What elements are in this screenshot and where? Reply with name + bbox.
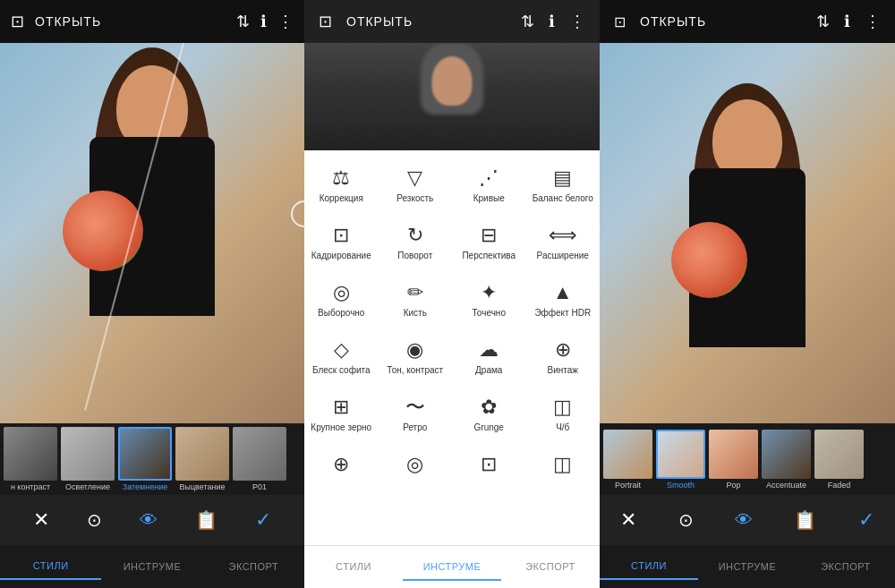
menu-item-extra2[interactable]: ◎ bbox=[379, 444, 453, 490]
middle-info-icon[interactable]: ℹ bbox=[549, 12, 555, 31]
right-more-icon[interactable]: ⋮ bbox=[865, 12, 881, 31]
mid-tab-instrume[interactable]: ИНСТРУМЕ bbox=[403, 554, 501, 581]
left-filmstrip: н контраст Осветление Затемнение Выцвета… bbox=[0, 423, 304, 495]
right-book-button[interactable]: 📋 bbox=[790, 506, 820, 534]
grunge-icon: ✿ bbox=[481, 397, 497, 417]
left-stack-icon[interactable]: ⇅ bbox=[236, 12, 250, 31]
menu-item-extra1[interactable]: ⊕ bbox=[304, 444, 379, 490]
left-photo bbox=[0, 43, 304, 423]
filmstrip-item-n-contrast[interactable]: н контраст bbox=[4, 427, 57, 491]
filmstrip-item-zatem[interactable]: Затемнение bbox=[118, 427, 172, 491]
effekt-hdr-icon: ▲ bbox=[553, 283, 573, 303]
right-stack-icon[interactable]: ⇅ bbox=[816, 12, 830, 31]
middle-title: ОТКРЫТЬ bbox=[346, 14, 507, 29]
menu-krivye[interactable]: ⋰ Кривые bbox=[452, 158, 526, 215]
middle-image-preview bbox=[304, 43, 600, 150]
left-bottom-tabs: СТИЛИ ИНСТРУМЕ ЭКСПОРТ bbox=[0, 545, 304, 588]
menu-korrektsiya[interactable]: ⚖ Коррекция bbox=[304, 158, 379, 215]
right-title: ОТКРЫТЬ bbox=[640, 14, 802, 29]
menu-povorot[interactable]: ↻ Поворот bbox=[379, 215, 453, 272]
right-tab-instrume[interactable]: ИНСТРУМЕ bbox=[698, 554, 797, 579]
rasshirenie-icon: ⟺ bbox=[549, 226, 577, 245]
ton-icon: ◉ bbox=[406, 340, 423, 360]
check-button[interactable]: ✓ bbox=[251, 505, 275, 535]
middle-top-bar: ⊡ ОТКРЫТЬ ⇅ ℹ ⋮ bbox=[304, 0, 600, 43]
left-more-icon[interactable]: ⋮ bbox=[277, 12, 294, 31]
chb-icon: ◫ bbox=[553, 397, 572, 417]
left-top-bar: ⊡ ОТКРЫТЬ ⇅ ℹ ⋮ bbox=[0, 0, 304, 43]
eye-button[interactable]: 👁 bbox=[136, 507, 161, 534]
extra1-icon: ⊕ bbox=[333, 455, 349, 474]
middle-more-icon[interactable]: ⋮ bbox=[569, 12, 585, 31]
right-eye-button[interactable]: 👁 bbox=[731, 507, 756, 534]
povorot-icon: ↻ bbox=[407, 226, 423, 245]
right-tab-styli[interactable]: СТИЛИ bbox=[600, 553, 698, 580]
menu-grunge[interactable]: ✿ Grunge bbox=[452, 387, 526, 444]
extra3-icon: ⊡ bbox=[481, 455, 497, 474]
menu-item-extra4[interactable]: ◫ bbox=[526, 444, 601, 490]
right-tab-eksport[interactable]: ЭКСПОРТ bbox=[797, 554, 895, 579]
menu-ton[interactable]: ◉ Тон, контраст bbox=[379, 329, 453, 387]
left-tab-styli[interactable]: СТИЛИ bbox=[0, 553, 101, 580]
middle-bottom-tabs: СТИЛИ ИНСТРУМЕ ЭКСПОРТ bbox=[304, 545, 600, 588]
right-adjust-button[interactable]: ⊙ bbox=[675, 506, 697, 534]
vyborochno-icon: ◎ bbox=[333, 283, 350, 303]
style-pop[interactable]: Pop bbox=[709, 430, 758, 490]
mid-tab-eksport[interactable]: ЭКСПОРТ bbox=[501, 554, 600, 581]
menu-rezkost[interactable]: ▽ Резкость bbox=[379, 158, 453, 215]
right-panel: ⊡ ОТКРЫТЬ ⇅ ℹ ⋮ Portrait Smooth Pop bbox=[600, 0, 895, 588]
menu-vintazh[interactable]: ⊕ Винтаж bbox=[526, 329, 601, 387]
right-bottom-tabs: СТИЛИ ИНСТРУМЕ ЭКСПОРТ bbox=[600, 545, 895, 588]
rezkost-icon: ▽ bbox=[407, 168, 422, 188]
style-accentuate[interactable]: Accentuate bbox=[762, 430, 811, 490]
right-check-button[interactable]: ✓ bbox=[855, 505, 878, 535]
tochechno-icon: ✦ bbox=[481, 283, 497, 303]
adjust-button[interactable]: ⊙ bbox=[83, 506, 106, 534]
menu-kist[interactable]: ✏ Кисть bbox=[379, 272, 453, 329]
menu-balans[interactable]: ▤ Баланс белого bbox=[526, 158, 601, 215]
book-button[interactable]: 📋 bbox=[192, 506, 221, 534]
menu-krupnoe-zerno[interactable]: ⊞ Крупное зерно bbox=[304, 387, 379, 444]
middle-stack-icon[interactable]: ⇅ bbox=[521, 12, 534, 31]
left-tab-eksport[interactable]: ЭКСПОРТ bbox=[203, 554, 304, 579]
kist-icon: ✏ bbox=[407, 283, 423, 303]
menu-perspektiva[interactable]: ⊟ Перспектива bbox=[452, 215, 526, 272]
menu-item-extra3[interactable]: ⊡ bbox=[452, 444, 526, 490]
menu-effekt-hdr[interactable]: ▲ Эффект HDR bbox=[526, 272, 601, 329]
krupnoe-zerno-icon: ⊞ bbox=[333, 397, 349, 417]
style-faded[interactable]: Faded bbox=[814, 430, 864, 490]
menu-blesk[interactable]: ◇ Блеск софита bbox=[304, 329, 379, 387]
close-button[interactable]: ✕ bbox=[30, 505, 53, 535]
style-portrait[interactable]: Portrait bbox=[603, 430, 652, 490]
krivye-icon: ⋰ bbox=[479, 168, 499, 188]
menu-tochechno[interactable]: ✦ Точечно bbox=[452, 272, 526, 329]
mid-tab-styli[interactable]: СТИЛИ bbox=[304, 554, 403, 581]
menu-retro[interactable]: 〜 Ретро bbox=[379, 387, 453, 444]
filmstrip-item-vyts[interactable]: Выцветание bbox=[175, 427, 229, 491]
middle-panel: ⊡ ОТКРЫТЬ ⇅ ℹ ⋮ ⚖ Коррекция ▽ Резкость bbox=[304, 0, 600, 588]
right-info-icon[interactable]: ℹ bbox=[844, 12, 850, 31]
menu-vyborochno[interactable]: ◎ Выборочно bbox=[304, 272, 379, 329]
right-crop-icon[interactable]: ⊡ bbox=[614, 13, 626, 30]
korrektsiya-icon: ⚖ bbox=[332, 168, 350, 188]
left-crop-icon[interactable]: ⊡ bbox=[11, 12, 24, 31]
menu-kadrirovanie[interactable]: ⊡ Кадрирование bbox=[304, 215, 379, 272]
left-image-area bbox=[0, 43, 304, 423]
filmstrip-item-osvr[interactable]: Осветление bbox=[61, 427, 115, 491]
filmstrip-item-p01[interactable]: Р01 bbox=[233, 427, 286, 491]
menu-rasshirenie[interactable]: ⟺ Расширение bbox=[526, 215, 601, 272]
right-toolbar: ✕ ⊙ 👁 📋 ✓ bbox=[600, 495, 895, 545]
right-top-bar: ⊡ ОТКРЫТЬ ⇅ ℹ ⋮ bbox=[600, 0, 895, 43]
middle-crop-icon[interactable]: ⊡ bbox=[319, 12, 332, 31]
menu-drama[interactable]: ☁ Драма bbox=[452, 329, 526, 387]
vintazh-icon: ⊕ bbox=[555, 340, 571, 360]
left-tab-instrume[interactable]: ИНСТРУМЕ bbox=[101, 554, 202, 579]
left-panel: ⊡ ОТКРЫТЬ ⇅ ℹ ⋮ н контраст bbox=[0, 0, 304, 588]
left-toolbar: ✕ ⊙ 👁 📋 ✓ bbox=[0, 495, 304, 545]
right-close-button[interactable]: ✕ bbox=[617, 505, 640, 535]
left-info-icon[interactable]: ℹ bbox=[260, 12, 267, 31]
menu-chb[interactable]: ◫ Ч/б bbox=[526, 387, 601, 444]
kadrirovanie-icon: ⊡ bbox=[333, 226, 349, 245]
tools-menu: ⚖ Коррекция ▽ Резкость ⋰ Кривые ▤ Баланс… bbox=[304, 150, 600, 545]
style-smooth[interactable]: Smooth bbox=[656, 430, 705, 490]
